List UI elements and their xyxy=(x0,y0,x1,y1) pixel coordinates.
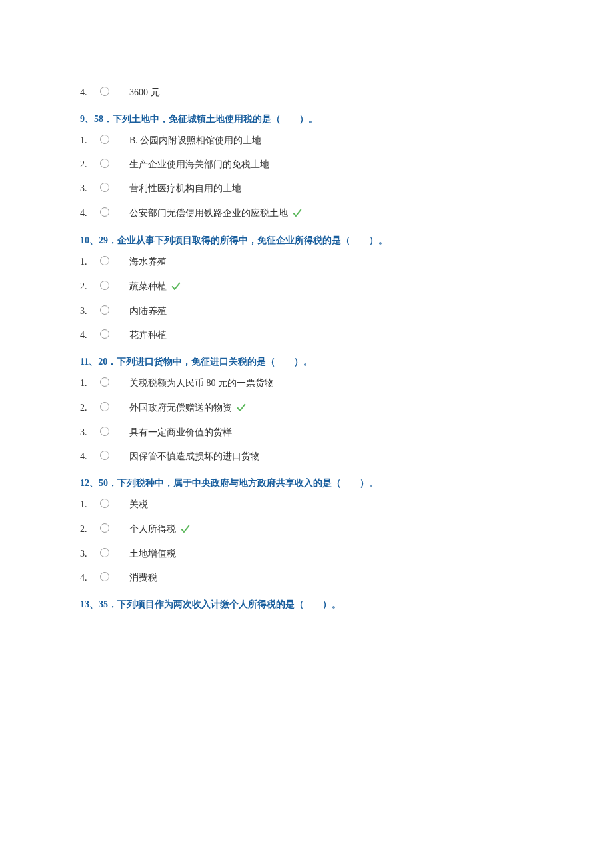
option-number: 3. xyxy=(80,549,100,559)
option-text: 因保管不慎造成损坏的进口货物 xyxy=(129,451,260,463)
check-icon xyxy=(292,208,303,221)
option-text: 公安部门无偿使用铁路企业的应税土地 xyxy=(129,207,288,219)
question-block: 12、50．下列税种中，属于中央政府与地方政府共享收入的是（ ）。1.关税2.个… xyxy=(80,477,533,584)
question-title: 11、20．下列进口货物中，免征进口关税的是（ ）。 xyxy=(80,356,533,368)
radio-button[interactable] xyxy=(100,377,109,387)
option-number: 4. xyxy=(80,330,100,341)
radio-button[interactable] xyxy=(100,572,109,581)
check-icon xyxy=(236,403,247,416)
option-text: B. 公园内附设照相馆使用的土地 xyxy=(129,135,261,147)
option-row: 3.土地增值税 xyxy=(80,548,533,560)
option-number: 1. xyxy=(80,135,100,146)
radio-button[interactable] xyxy=(100,207,109,217)
radio-button[interactable] xyxy=(100,305,109,315)
option-number: 2. xyxy=(80,159,100,170)
question-block: 10、29．企业从事下列项目取得的所得中，免征企业所得税的是（ ）。1.海水养殖… xyxy=(80,235,533,341)
option-number: 1. xyxy=(80,257,100,267)
option-text: 蔬菜种植 xyxy=(129,281,167,293)
radio-button[interactable] xyxy=(100,183,109,192)
option-row: 3.营利性医疗机构自用的土地 xyxy=(80,183,533,195)
option-number: 3. xyxy=(80,427,100,438)
radio-button[interactable] xyxy=(100,256,109,265)
option-number: 4. xyxy=(80,87,100,98)
check-icon xyxy=(180,524,191,537)
option-row: 2.生产企业使用海关部门的免税土地 xyxy=(80,159,533,171)
option-text: 外国政府无偿赠送的物资 xyxy=(129,402,232,414)
radio-button[interactable] xyxy=(100,548,109,557)
question-block: 13、35．下列项目作为两次收入计缴个人所得税的是（ ）。 xyxy=(80,599,533,611)
radio-button[interactable] xyxy=(100,451,109,460)
question-title: 13、35．下列项目作为两次收入计缴个人所得税的是（ ）。 xyxy=(80,599,533,611)
option-text: 土地增值税 xyxy=(129,548,176,560)
question-block: 11、20．下列进口货物中，免征进口关税的是（ ）。1.关税税额为人民币 80 … xyxy=(80,356,533,463)
option-text: 生产企业使用海关部门的免税土地 xyxy=(129,159,269,171)
option-row: 4.3600 元 xyxy=(80,87,533,99)
option-row: 2.个人所得税 xyxy=(80,523,533,536)
option-number: 2. xyxy=(80,403,100,413)
option-text: 个人所得税 xyxy=(129,523,176,535)
radio-button[interactable] xyxy=(100,402,109,411)
question-title: 10、29．企业从事下列项目取得的所得中，免征企业所得税的是（ ）。 xyxy=(80,235,533,247)
option-row: 3.内陆养殖 xyxy=(80,305,533,317)
radio-button[interactable] xyxy=(100,135,109,144)
option-text: 关税 xyxy=(129,499,148,511)
option-number: 1. xyxy=(80,499,100,510)
option-row: 1.关税税额为人民币 80 元的一票货物 xyxy=(80,377,533,389)
radio-button[interactable] xyxy=(100,281,109,290)
option-number: 4. xyxy=(80,208,100,219)
option-text: 花卉种植 xyxy=(129,329,167,341)
option-number: 4. xyxy=(80,573,100,583)
option-number: 1. xyxy=(80,378,100,389)
option-row: 1.关税 xyxy=(80,499,533,511)
question-block: 4.3600 元 xyxy=(80,87,533,99)
option-text: 关税税额为人民币 80 元的一票货物 xyxy=(129,377,274,389)
radio-button[interactable] xyxy=(100,87,109,96)
option-text: 海水养殖 xyxy=(129,256,167,268)
option-row: 4.消费税 xyxy=(80,572,533,584)
radio-button[interactable] xyxy=(100,329,109,339)
radio-button[interactable] xyxy=(100,159,109,168)
option-number: 3. xyxy=(80,183,100,194)
option-text: 具有一定商业价值的货样 xyxy=(129,427,232,439)
option-row: 1.B. 公园内附设照相馆使用的土地 xyxy=(80,135,533,147)
option-row: 4.公安部门无偿使用铁路企业的应税土地 xyxy=(80,207,533,220)
option-row: 4.花卉种植 xyxy=(80,329,533,341)
option-text: 消费税 xyxy=(129,572,157,584)
question-title: 9、58．下列土地中，免征城镇土地使用税的是（ ）。 xyxy=(80,113,533,125)
radio-button[interactable] xyxy=(100,499,109,508)
option-row: 3.具有一定商业价值的货样 xyxy=(80,427,533,439)
option-row: 1.海水养殖 xyxy=(80,256,533,268)
option-text: 3600 元 xyxy=(129,87,160,99)
option-row: 2.蔬菜种植 xyxy=(80,280,533,293)
option-text: 营利性医疗机构自用的土地 xyxy=(129,183,241,195)
option-text: 内陆养殖 xyxy=(129,305,167,317)
radio-button[interactable] xyxy=(100,427,109,436)
question-block: 9、58．下列土地中，免征城镇土地使用税的是（ ）。1.B. 公园内附设照相馆使… xyxy=(80,113,533,220)
option-number: 4. xyxy=(80,451,100,462)
check-icon xyxy=(171,281,181,295)
option-number: 2. xyxy=(80,524,100,535)
radio-button[interactable] xyxy=(100,523,109,533)
option-number: 3. xyxy=(80,306,100,317)
option-row: 4.因保管不慎造成损坏的进口货物 xyxy=(80,451,533,463)
option-row: 2.外国政府无偿赠送的物资 xyxy=(80,401,533,415)
question-title: 12、50．下列税种中，属于中央政府与地方政府共享收入的是（ ）。 xyxy=(80,477,533,489)
option-number: 2. xyxy=(80,281,100,292)
